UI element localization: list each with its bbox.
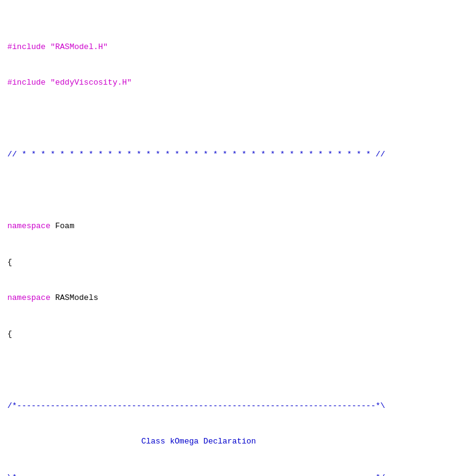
- include-line-1: #include "RASModel.H": [7, 41, 446, 53]
- blank-2: [7, 185, 446, 197]
- brace-text-2: {: [7, 329, 12, 339]
- open-brace-ns2: {: [7, 328, 446, 340]
- star-comment: // * * * * * * * * * * * * * * * * * * *…: [7, 148, 446, 161]
- namespace-rasmodels-name: RASModels: [50, 293, 98, 302]
- code-editor: #include "RASModel.H" #include "eddyVisc…: [0, 0, 453, 476]
- separator-top-text: /*--------------------------------------…: [7, 401, 385, 410]
- separator-bottom: \*--------------------------------------…: [7, 472, 446, 477]
- include-line-2: #include "eddyViscosity.H": [7, 77, 446, 89]
- include-file-2: "eddyViscosity.H": [50, 78, 132, 87]
- class-decl-line: Class kOmega Declaration: [7, 436, 446, 448]
- namespace-keyword: namespace: [7, 221, 50, 231]
- namespace-rasmodels-line: namespace RASModels: [7, 292, 446, 304]
- separator-bottom-text: \*--------------------------------------…: [7, 473, 385, 477]
- namespace-foam-name: Foam: [50, 221, 74, 231]
- include-file-1: "RASModel.H": [50, 42, 108, 52]
- include-keyword: #include: [7, 42, 50, 52]
- blank-3: [7, 364, 446, 376]
- blank-1: [7, 113, 446, 125]
- class-decl-text: Class kOmega Declaration: [7, 437, 256, 446]
- namespace-keyword-2: namespace: [7, 293, 50, 302]
- star-comment-text: // * * * * * * * * * * * * * * * * * * *…: [7, 150, 385, 159]
- separator-top: /*--------------------------------------…: [7, 400, 446, 412]
- brace-text: {: [7, 258, 12, 267]
- open-brace-ns1: {: [7, 256, 446, 269]
- namespace-foam-line: namespace Foam: [7, 220, 446, 232]
- include-keyword-2: #include: [7, 78, 50, 87]
